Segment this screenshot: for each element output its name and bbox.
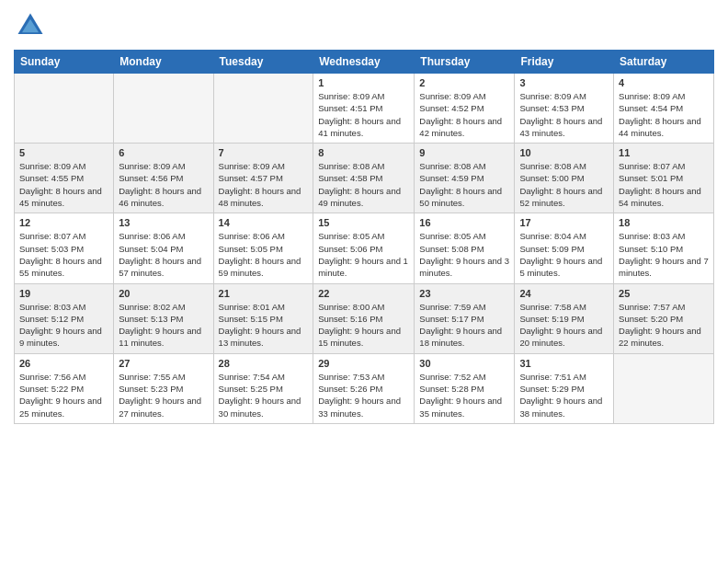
day-info: Sunrise: 7:58 AM Sunset: 5:19 PM Dayligh… xyxy=(519,301,609,350)
calendar-cell xyxy=(213,74,313,144)
day-info: Sunrise: 8:04 AM Sunset: 5:09 PM Dayligh… xyxy=(519,230,609,279)
day-number: 24 xyxy=(519,288,609,299)
calendar-cell: 17Sunrise: 8:04 AM Sunset: 5:09 PM Dayli… xyxy=(515,213,614,283)
day-number: 18 xyxy=(619,217,709,228)
day-info: Sunrise: 8:09 AM Sunset: 4:56 PM Dayligh… xyxy=(119,160,208,209)
day-info: Sunrise: 8:06 AM Sunset: 5:04 PM Dayligh… xyxy=(119,230,208,279)
week-row-4: 19Sunrise: 8:03 AM Sunset: 5:12 PM Dayli… xyxy=(15,283,714,353)
day-number: 23 xyxy=(419,288,509,299)
calendar-cell: 1Sunrise: 8:09 AM Sunset: 4:51 PM Daylig… xyxy=(313,74,415,144)
page: SundayMondayTuesdayWednesdayThursdayFrid… xyxy=(0,0,728,563)
day-info: Sunrise: 8:03 AM Sunset: 5:12 PM Dayligh… xyxy=(19,301,108,350)
day-number: 28 xyxy=(219,358,309,369)
calendar-cell xyxy=(15,74,114,144)
day-number: 19 xyxy=(19,288,108,299)
week-row-5: 26Sunrise: 7:56 AM Sunset: 5:22 PM Dayli… xyxy=(15,353,714,423)
calendar-cell: 27Sunrise: 7:55 AM Sunset: 5:23 PM Dayli… xyxy=(114,353,213,423)
day-number: 11 xyxy=(619,147,709,158)
day-info: Sunrise: 7:51 AM Sunset: 5:29 PM Dayligh… xyxy=(519,371,609,419)
calendar-cell: 11Sunrise: 8:07 AM Sunset: 5:01 PM Dayli… xyxy=(614,144,714,213)
day-number: 17 xyxy=(519,217,609,228)
day-info: Sunrise: 8:09 AM Sunset: 4:55 PM Dayligh… xyxy=(19,160,108,209)
calendar: SundayMondayTuesdayWednesdayThursdayFrid… xyxy=(14,50,714,424)
day-number: 26 xyxy=(19,358,108,369)
day-number: 29 xyxy=(318,358,409,369)
day-info: Sunrise: 8:02 AM Sunset: 5:13 PM Dayligh… xyxy=(119,301,208,350)
calendar-cell: 9Sunrise: 8:08 AM Sunset: 4:59 PM Daylig… xyxy=(415,144,515,213)
day-number: 20 xyxy=(119,288,208,299)
day-info: Sunrise: 8:08 AM Sunset: 5:00 PM Dayligh… xyxy=(519,160,609,209)
day-info: Sunrise: 7:57 AM Sunset: 5:20 PM Dayligh… xyxy=(619,301,709,350)
weekday-header-tuesday: Tuesday xyxy=(213,51,313,74)
day-number: 8 xyxy=(318,147,409,158)
calendar-cell: 20Sunrise: 8:02 AM Sunset: 5:13 PM Dayli… xyxy=(114,283,213,353)
day-number: 5 xyxy=(19,147,108,158)
calendar-cell: 15Sunrise: 8:05 AM Sunset: 5:06 PM Dayli… xyxy=(313,213,415,283)
weekday-header-sunday: Sunday xyxy=(15,51,114,74)
weekday-header-saturday: Saturday xyxy=(614,51,714,74)
day-number: 13 xyxy=(119,217,208,228)
calendar-cell: 28Sunrise: 7:54 AM Sunset: 5:25 PM Dayli… xyxy=(213,353,313,423)
calendar-cell: 7Sunrise: 8:09 AM Sunset: 4:57 PM Daylig… xyxy=(213,144,313,213)
weekday-header-row: SundayMondayTuesdayWednesdayThursdayFrid… xyxy=(15,51,714,74)
day-info: Sunrise: 8:09 AM Sunset: 4:57 PM Dayligh… xyxy=(219,160,309,209)
day-number: 9 xyxy=(419,147,509,158)
day-info: Sunrise: 8:05 AM Sunset: 5:08 PM Dayligh… xyxy=(419,230,509,279)
day-number: 27 xyxy=(119,358,208,369)
calendar-cell: 21Sunrise: 8:01 AM Sunset: 5:15 PM Dayli… xyxy=(213,283,313,353)
day-number: 3 xyxy=(519,77,609,88)
calendar-cell: 13Sunrise: 8:06 AM Sunset: 5:04 PM Dayli… xyxy=(114,213,213,283)
logo-icon xyxy=(14,9,47,42)
logo xyxy=(14,9,51,42)
day-number: 15 xyxy=(318,217,409,228)
calendar-cell xyxy=(614,353,714,423)
day-number: 25 xyxy=(619,288,709,299)
weekday-header-thursday: Thursday xyxy=(415,51,515,74)
day-info: Sunrise: 7:56 AM Sunset: 5:22 PM Dayligh… xyxy=(19,371,108,419)
day-number: 22 xyxy=(318,288,409,299)
weekday-header-friday: Friday xyxy=(515,51,614,74)
calendar-cell: 22Sunrise: 8:00 AM Sunset: 5:16 PM Dayli… xyxy=(313,283,415,353)
day-number: 2 xyxy=(419,77,509,88)
day-info: Sunrise: 8:06 AM Sunset: 5:05 PM Dayligh… xyxy=(219,230,309,279)
calendar-cell: 30Sunrise: 7:52 AM Sunset: 5:28 PM Dayli… xyxy=(415,353,515,423)
calendar-cell: 16Sunrise: 8:05 AM Sunset: 5:08 PM Dayli… xyxy=(415,213,515,283)
day-info: Sunrise: 7:54 AM Sunset: 5:25 PM Dayligh… xyxy=(219,371,309,419)
day-info: Sunrise: 8:09 AM Sunset: 4:54 PM Dayligh… xyxy=(619,90,709,139)
calendar-cell: 5Sunrise: 8:09 AM Sunset: 4:55 PM Daylig… xyxy=(15,144,114,213)
day-number: 31 xyxy=(519,358,609,369)
day-info: Sunrise: 8:07 AM Sunset: 5:01 PM Dayligh… xyxy=(619,160,709,209)
day-number: 16 xyxy=(419,217,509,228)
week-row-3: 12Sunrise: 8:07 AM Sunset: 5:03 PM Dayli… xyxy=(15,213,714,283)
day-info: Sunrise: 8:00 AM Sunset: 5:16 PM Dayligh… xyxy=(318,301,409,350)
calendar-cell: 31Sunrise: 7:51 AM Sunset: 5:29 PM Dayli… xyxy=(515,353,614,423)
calendar-cell: 29Sunrise: 7:53 AM Sunset: 5:26 PM Dayli… xyxy=(313,353,415,423)
day-info: Sunrise: 7:53 AM Sunset: 5:26 PM Dayligh… xyxy=(318,371,409,419)
day-info: Sunrise: 7:55 AM Sunset: 5:23 PM Dayligh… xyxy=(119,371,208,419)
day-number: 30 xyxy=(419,358,509,369)
week-row-2: 5Sunrise: 8:09 AM Sunset: 4:55 PM Daylig… xyxy=(15,144,714,213)
calendar-cell: 26Sunrise: 7:56 AM Sunset: 5:22 PM Dayli… xyxy=(15,353,114,423)
calendar-cell: 14Sunrise: 8:06 AM Sunset: 5:05 PM Dayli… xyxy=(213,213,313,283)
day-number: 14 xyxy=(219,217,309,228)
week-row-1: 1Sunrise: 8:09 AM Sunset: 4:51 PM Daylig… xyxy=(15,74,714,144)
day-number: 10 xyxy=(519,147,609,158)
day-number: 6 xyxy=(119,147,208,158)
weekday-header-wednesday: Wednesday xyxy=(313,51,415,74)
calendar-cell: 24Sunrise: 7:58 AM Sunset: 5:19 PM Dayli… xyxy=(515,283,614,353)
day-info: Sunrise: 8:01 AM Sunset: 5:15 PM Dayligh… xyxy=(219,301,309,350)
day-info: Sunrise: 7:52 AM Sunset: 5:28 PM Dayligh… xyxy=(419,371,509,419)
calendar-cell xyxy=(114,74,213,144)
calendar-cell: 23Sunrise: 7:59 AM Sunset: 5:17 PM Dayli… xyxy=(415,283,515,353)
day-number: 7 xyxy=(219,147,309,158)
calendar-cell: 3Sunrise: 8:09 AM Sunset: 4:53 PM Daylig… xyxy=(515,74,614,144)
day-number: 1 xyxy=(318,77,409,88)
day-info: Sunrise: 8:05 AM Sunset: 5:06 PM Dayligh… xyxy=(318,230,409,279)
calendar-cell: 18Sunrise: 8:03 AM Sunset: 5:10 PM Dayli… xyxy=(614,213,714,283)
day-number: 12 xyxy=(19,217,108,228)
day-info: Sunrise: 8:03 AM Sunset: 5:10 PM Dayligh… xyxy=(619,230,709,279)
day-info: Sunrise: 8:07 AM Sunset: 5:03 PM Dayligh… xyxy=(19,230,108,279)
calendar-cell: 10Sunrise: 8:08 AM Sunset: 5:00 PM Dayli… xyxy=(515,144,614,213)
header xyxy=(14,9,714,42)
day-info: Sunrise: 8:09 AM Sunset: 4:53 PM Dayligh… xyxy=(519,90,609,139)
